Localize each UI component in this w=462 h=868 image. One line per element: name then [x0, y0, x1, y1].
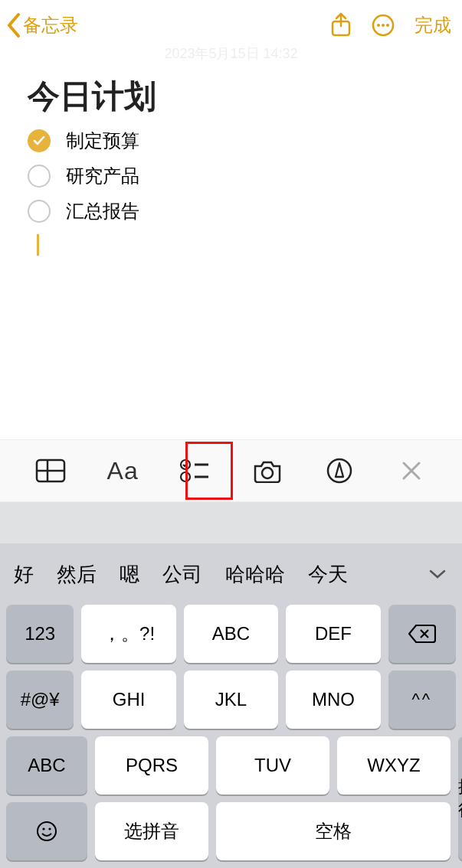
candidate-word[interactable]: 然后 — [57, 561, 97, 588]
key-symbols[interactable]: #@¥ — [6, 671, 74, 729]
dismiss-keyboard-button[interactable] — [384, 451, 439, 491]
key-mno[interactable]: MNO — [286, 671, 380, 729]
key-alpha-toggle[interactable]: ABC — [6, 736, 87, 795]
nav-bar: 备忘录 完成 — [0, 0, 462, 47]
key-ghi[interactable]: GHI — [81, 671, 175, 729]
checklist-item-text[interactable]: 汇总报告 — [66, 199, 139, 224]
candidate-word[interactable]: 公司 — [162, 561, 202, 588]
checklist-item[interactable]: 汇总报告 — [28, 199, 434, 224]
checklist-icon — [179, 458, 210, 484]
svg-point-16 — [48, 827, 51, 830]
key-tuv[interactable]: TUV — [216, 736, 329, 795]
chevron-down-icon — [428, 569, 447, 579]
svg-point-2 — [377, 24, 380, 27]
text-format-button[interactable]: Aa — [95, 451, 150, 491]
key-123[interactable]: 123 — [6, 605, 74, 663]
svg-point-15 — [42, 827, 44, 830]
key-select-pinyin[interactable]: 选拼音 — [95, 802, 208, 860]
back-label: 备忘录 — [23, 13, 78, 38]
keyboard: 好 然后 嗯 公司 哈哈哈 今天 123 ，。?! ABC DEF #@¥ GH… — [0, 543, 462, 868]
svg-point-3 — [382, 24, 385, 27]
checkbox-empty-icon[interactable] — [28, 200, 51, 223]
checklist-item[interactable]: 制定预算 — [28, 129, 434, 153]
expand-candidates-button[interactable] — [422, 559, 453, 589]
close-icon — [401, 461, 421, 481]
backspace-icon — [408, 624, 436, 644]
checklist-item[interactable]: 研究产品 — [28, 164, 434, 188]
checkbox-checked-icon[interactable] — [28, 129, 51, 152]
candidate-bar: 好 然后 嗯 公司 哈哈哈 今天 — [0, 543, 462, 605]
share-icon — [330, 12, 352, 38]
key-punct[interactable]: ，。?! — [81, 605, 175, 663]
key-pqrs[interactable]: PQRS — [95, 736, 208, 795]
key-return[interactable]: 换行 — [458, 736, 462, 860]
note-timestamp: 2023年5月15日 14:32 — [0, 44, 462, 63]
svg-point-10 — [181, 472, 190, 481]
candidate-word[interactable]: 哈哈哈 — [225, 561, 285, 588]
share-button[interactable] — [330, 12, 352, 38]
note-body[interactable]: 今日计划 制定预算 研究产品 汇总报告 — [0, 75, 462, 256]
key-abc[interactable]: ABC — [184, 605, 278, 663]
text-cursor — [37, 234, 39, 256]
svg-point-12 — [262, 468, 273, 478]
note-title[interactable]: 今日计划 — [28, 75, 434, 118]
checkbox-empty-icon[interactable] — [28, 165, 51, 188]
candidate-word[interactable]: 嗯 — [120, 561, 139, 588]
checklist-button[interactable] — [167, 451, 222, 491]
checklist-item-text[interactable]: 研究产品 — [66, 164, 139, 188]
markup-button[interactable] — [312, 451, 367, 491]
key-face[interactable]: ^^ — [388, 671, 456, 729]
chevron-left-icon — [6, 13, 21, 38]
key-backspace[interactable] — [388, 605, 456, 663]
key-emoji[interactable] — [6, 802, 87, 860]
back-button[interactable]: 备忘录 — [6, 13, 78, 38]
key-jkl[interactable]: JKL — [184, 671, 278, 729]
checklist-item-text[interactable]: 制定预算 — [66, 129, 139, 153]
key-def[interactable]: DEF — [286, 605, 380, 663]
done-button[interactable]: 完成 — [414, 13, 451, 38]
toolbar-gap — [0, 502, 462, 543]
ellipsis-circle-icon — [372, 14, 395, 37]
emoji-icon — [35, 820, 58, 843]
candidate-word[interactable]: 今天 — [308, 561, 348, 588]
camera-icon — [252, 458, 283, 483]
svg-point-14 — [38, 822, 56, 840]
candidate-word[interactable]: 好 — [14, 561, 34, 588]
table-icon — [35, 458, 66, 483]
table-button[interactable] — [23, 451, 78, 491]
more-button[interactable] — [372, 14, 395, 37]
camera-button[interactable] — [240, 451, 295, 491]
format-toolbar: Aa — [0, 439, 462, 502]
key-wxyz[interactable]: WXYZ — [337, 736, 451, 795]
key-space[interactable]: 空格 — [216, 802, 451, 860]
markup-icon — [326, 458, 352, 484]
svg-point-4 — [386, 24, 389, 27]
